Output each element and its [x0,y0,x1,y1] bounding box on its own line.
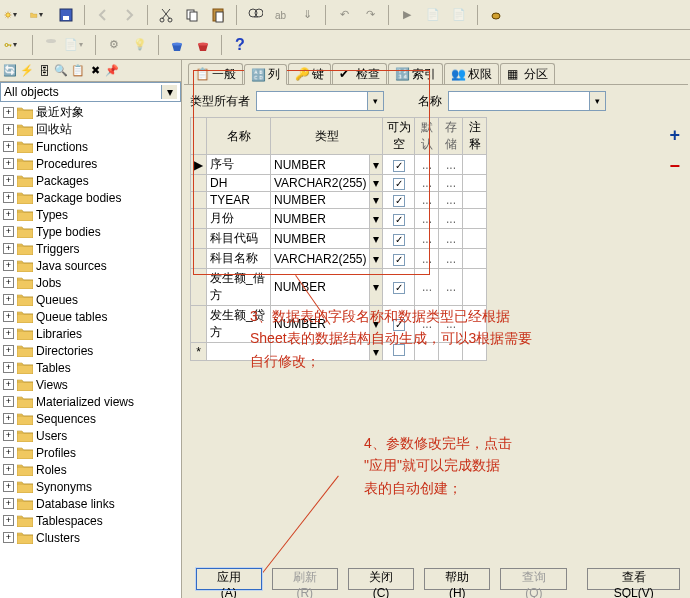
tree-node[interactable]: +Database links [1,495,180,512]
pin-icon[interactable]: 📌 [105,64,119,78]
next-icon[interactable]: ⇓ [297,5,317,25]
expand-icon[interactable]: + [3,498,14,509]
table-row[interactable]: 科目名称VARCHAR2(255)▾✓...... [191,249,487,269]
expand-icon[interactable]: + [3,243,14,254]
tree-node[interactable]: +Users [1,427,180,444]
table-row[interactable]: 月份NUMBER▾✓...... [191,209,487,229]
owner-input[interactable] [257,92,367,110]
tree-node[interactable]: +Libraries [1,325,180,342]
run-icon[interactable]: ▶ [397,5,417,25]
doc-icon[interactable]: 📄▾ [67,35,87,55]
object-tree[interactable]: +最近对象+回收站+Functions+Procedures+Packages+… [0,102,181,598]
red-cup-icon[interactable] [193,35,213,55]
close-button[interactable]: 关闭(C) [348,568,414,590]
x-icon[interactable]: ✖ [88,64,102,78]
new-icon[interactable]: ▾ [4,5,24,25]
tab-1[interactable]: 🔠列 [244,64,287,85]
table-row[interactable]: ▶序号NUMBER▾✓...... [191,155,487,175]
tree-node[interactable]: +Views [1,376,180,393]
owner-combo[interactable]: ▾ [256,91,384,111]
expand-icon[interactable]: + [3,311,14,322]
view-sql-button[interactable]: 查看 SQL(V) [587,568,680,590]
cut-icon[interactable] [156,5,176,25]
gear-icon[interactable]: ⚙ [104,35,124,55]
help-icon[interactable]: ? [230,35,250,55]
expand-icon[interactable]: + [3,158,14,169]
tree-node[interactable]: +回收站 [1,121,180,138]
db-icon[interactable] [41,35,61,55]
tree-node[interactable]: +Roles [1,461,180,478]
tree-node[interactable]: +Materialized views [1,393,180,410]
expand-icon[interactable]: + [3,124,14,135]
tree-node[interactable]: +Queues [1,291,180,308]
back-icon[interactable] [93,5,113,25]
expand-icon[interactable]: + [3,192,14,203]
forward-icon[interactable] [119,5,139,25]
paste-icon[interactable] [208,5,228,25]
refresh-icon[interactable]: 🔄 [3,64,17,78]
table-row[interactable]: TYEARNUMBER▾✓...... [191,192,487,209]
doc1-icon[interactable]: 📄 [423,5,443,25]
table-row[interactable]: DHVARCHAR2(255)▾✓...... [191,175,487,192]
tree-node[interactable]: +Types [1,206,180,223]
tree-node[interactable]: +Profiles [1,444,180,461]
expand-icon[interactable]: + [3,515,14,526]
tree-node[interactable]: +Functions [1,138,180,155]
expand-icon[interactable]: + [3,294,14,305]
tab-2[interactable]: 🔑键 [288,63,331,84]
tree-node[interactable]: +Synonyms [1,478,180,495]
tab-4[interactable]: 🔢索引 [388,63,443,84]
remove-row-button[interactable]: − [669,156,680,177]
name-combo[interactable]: ▾ [448,91,606,111]
tree-node[interactable]: +Type bodies [1,223,180,240]
add-row-button[interactable]: + [669,125,680,146]
expand-icon[interactable]: + [3,532,14,543]
expand-icon[interactable]: + [3,362,14,373]
bee-icon[interactable] [486,5,506,25]
tab-0[interactable]: 📋一般 [188,63,243,84]
light-icon[interactable]: 💡 [130,35,150,55]
save-icon[interactable] [56,5,76,25]
expand-icon[interactable]: + [3,260,14,271]
tab-6[interactable]: ▦分区 [500,63,555,84]
table-row[interactable]: 发生额_借方NUMBER▾✓...... [191,269,487,306]
table-row[interactable]: 科目代码NUMBER▾✓...... [191,229,487,249]
doc2-icon[interactable]: 📄 [449,5,469,25]
tab-5[interactable]: 👥权限 [444,63,499,84]
tree-node[interactable]: +Packages [1,172,180,189]
find-icon[interactable] [245,5,265,25]
tree-node[interactable]: +Triggers [1,240,180,257]
zap-icon[interactable]: ⚡ [20,64,34,78]
expand-icon[interactable]: + [3,209,14,220]
expand-icon[interactable]: + [3,396,14,407]
expand-icon[interactable]: + [3,464,14,475]
chevron-down-icon[interactable]: ▾ [161,85,177,99]
replace-icon[interactable]: ab [271,5,291,25]
key-icon[interactable]: ▾ [4,35,24,55]
expand-icon[interactable]: + [3,413,14,424]
tree-node[interactable]: +Package bodies [1,189,180,206]
tree-node[interactable]: +Sequences [1,410,180,427]
help-button[interactable]: 帮助(H) [424,568,490,590]
name-input[interactable] [449,92,589,110]
undo-icon[interactable]: ↶ [334,5,354,25]
expand-icon[interactable]: + [3,175,14,186]
expand-icon[interactable]: + [3,141,14,152]
tree-node[interactable]: +Directories [1,342,180,359]
expand-icon[interactable]: + [3,328,14,339]
tree-node[interactable]: +Java sources [1,257,180,274]
expand-icon[interactable]: + [3,379,14,390]
apply-button[interactable]: 应用(A) [196,568,262,590]
objects-combo[interactable]: All objects ▾ [0,82,181,102]
expand-icon[interactable]: + [3,481,14,492]
expand-icon[interactable]: + [3,430,14,441]
tree-node[interactable]: +Tablespaces [1,512,180,529]
expand-icon[interactable]: + [3,107,14,118]
blue-cup-icon[interactable] [167,35,187,55]
expand-icon[interactable]: + [3,277,14,288]
tab-3[interactable]: ✔检查 [332,63,387,84]
expand-icon[interactable]: + [3,447,14,458]
open-icon[interactable]: ▾ [30,5,50,25]
db-mini-icon[interactable]: 🗄 [37,64,51,78]
tree-node[interactable]: +Clusters [1,529,180,546]
